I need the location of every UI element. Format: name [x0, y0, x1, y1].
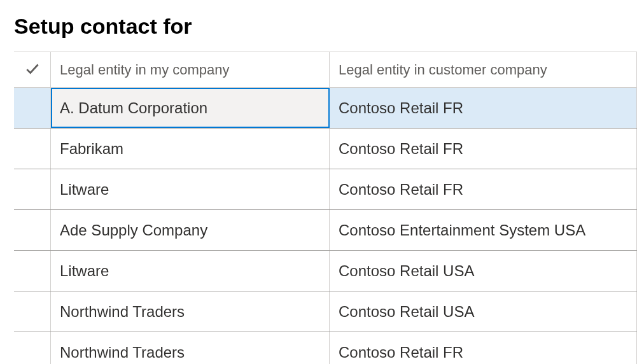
row-checkbox[interactable] [14, 169, 51, 209]
table-row[interactable]: Northwind TradersContoso Retail USA [14, 291, 637, 332]
row-checkbox[interactable] [14, 291, 51, 332]
cell-customer-entity[interactable]: Contoso Retail USA [330, 291, 637, 332]
table-row[interactable]: Ade Supply CompanyContoso Entertainment … [14, 210, 637, 251]
cell-customer-entity[interactable]: Contoso Retail FR [330, 129, 637, 169]
cell-my-entity[interactable]: Ade Supply Company [51, 210, 330, 250]
table-row[interactable]: FabrikamContoso Retail FR [14, 129, 637, 169]
entity-grid: Legal entity in my company Legal entity … [14, 52, 637, 364]
table-row[interactable]: LitwareContoso Retail FR [14, 169, 637, 210]
grid-header: Legal entity in my company Legal entity … [14, 52, 637, 88]
cell-my-entity[interactable]: Northwind Traders [51, 291, 330, 332]
cell-my-entity[interactable]: A. Datum Corporation [51, 88, 330, 128]
cell-my-entity[interactable]: Litware [51, 169, 330, 209]
cell-customer-entity[interactable]: Contoso Entertainment System USA [330, 210, 637, 250]
column-header-my-entity[interactable]: Legal entity in my company [51, 52, 330, 87]
cell-customer-entity[interactable]: Contoso Retail FR [330, 332, 637, 364]
cell-customer-entity[interactable]: Contoso Retail USA [330, 251, 637, 291]
column-header-customer-entity[interactable]: Legal entity in customer company [330, 52, 637, 87]
row-checkbox[interactable] [14, 332, 51, 364]
cell-customer-entity[interactable]: Contoso Retail FR [330, 88, 637, 128]
grid-body: A. Datum CorporationContoso Retail FRFab… [14, 88, 637, 364]
cell-my-entity[interactable]: Northwind Traders [51, 332, 330, 364]
select-all-checkbox[interactable] [14, 52, 51, 87]
row-checkbox[interactable] [14, 251, 51, 291]
cell-my-entity[interactable]: Litware [51, 251, 330, 291]
cell-customer-entity[interactable]: Contoso Retail FR [330, 169, 637, 209]
table-row[interactable]: A. Datum CorporationContoso Retail FR [14, 88, 637, 129]
row-checkbox[interactable] [14, 129, 51, 169]
row-checkbox[interactable] [14, 210, 51, 250]
page-title: Setup contact for [0, 0, 637, 52]
table-row[interactable]: Northwind TradersContoso Retail FR [14, 332, 637, 364]
table-row[interactable]: LitwareContoso Retail USA [14, 251, 637, 291]
row-checkbox[interactable] [14, 88, 51, 128]
check-icon [24, 60, 41, 80]
cell-my-entity[interactable]: Fabrikam [51, 129, 330, 169]
